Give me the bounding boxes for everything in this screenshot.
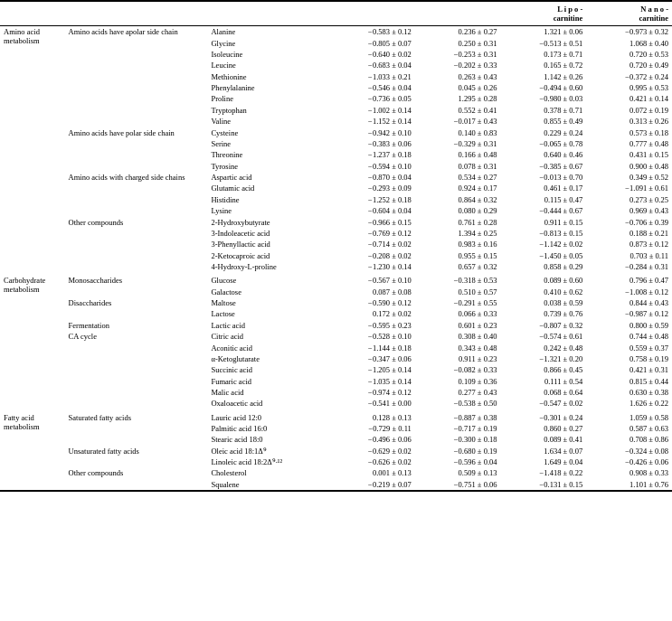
- nano-value: 0.720 ± 0.53: [586, 49, 672, 60]
- control-value: −1.237 ± 0.18: [329, 149, 415, 160]
- control-value: −1.252 ± 0.18: [329, 194, 415, 205]
- lcarnitine-value: 0.045 ± 0.26: [415, 82, 501, 93]
- header-lipo: L i p o -carnitine: [501, 1, 587, 26]
- nano-value: 0.873 ± 0.12: [586, 239, 672, 249]
- metabolite-name: Threonine: [207, 149, 329, 160]
- metabolite-name: 4-Hydroxy-L-proline: [207, 261, 329, 272]
- group-label: Monosaccharides: [65, 272, 208, 297]
- metabolite-name: Histidine: [207, 194, 329, 205]
- metabolite-name: Phenylalanine: [207, 82, 329, 93]
- control-value: 0.001 ± 0.13: [329, 467, 415, 478]
- nano-value: −0.973 ± 0.32: [586, 26, 672, 38]
- metabolite-name: Succinic acid: [207, 364, 329, 375]
- lcarnitine-value: −0.680 ± 0.19: [415, 446, 501, 456]
- lipo-value: −0.494 ± 0.60: [501, 82, 587, 93]
- control-value: −0.629 ± 0.02: [329, 446, 415, 456]
- control-value: −0.383 ± 0.06: [329, 138, 415, 149]
- nano-value: 0.188 ± 0.21: [586, 228, 672, 239]
- group-label: CA cycle: [65, 331, 208, 409]
- metabolite-name: Proline: [207, 93, 329, 104]
- control-value: −1.002 ± 0.14: [329, 105, 415, 116]
- lcarnitine-value: 1.295 ± 0.28: [415, 93, 501, 104]
- nano-value: −0.426 ± 0.06: [586, 456, 672, 467]
- control-value: −1.144 ± 0.18: [329, 342, 415, 353]
- control-value: −0.736 ± 0.05: [329, 93, 415, 104]
- lcarnitine-value: 0.509 ± 0.13: [415, 467, 501, 478]
- group-label: Other compounds: [65, 467, 208, 491]
- lcarnitine-value: 0.761 ± 0.28: [415, 216, 501, 227]
- lipo-value: 0.855 ± 0.49: [501, 116, 587, 127]
- lcarnitine-value: −0.253 ± 0.31: [415, 49, 501, 60]
- group-label: Other compounds: [65, 216, 208, 272]
- lipo-value: 0.229 ± 0.24: [501, 127, 587, 137]
- lcarnitine-value: −0.291 ± 0.55: [415, 297, 501, 308]
- lcarnitine-value: 0.078 ± 0.31: [415, 161, 501, 172]
- control-value: −0.966 ± 0.15: [329, 216, 415, 227]
- metabolomics-table: L i p o -carnitine N a n o -carnitine Am…: [0, 0, 672, 492]
- control-value: 0.087 ± 0.08: [329, 286, 415, 296]
- lipo-value: 0.461 ± 0.17: [501, 183, 587, 193]
- control-value: −0.528 ± 0.10: [329, 331, 415, 342]
- metabolite-name: Citric acid: [207, 331, 329, 342]
- header-control: [329, 1, 415, 26]
- header-metabolism: [0, 1, 65, 26]
- group-label: Saturated fatty acids: [65, 409, 208, 446]
- lipo-value: 0.860 ± 0.27: [501, 423, 587, 434]
- lipo-value: 0.038 ± 0.59: [501, 297, 587, 308]
- lcarnitine-value: 0.066 ± 0.33: [415, 308, 501, 319]
- control-value: 0.128 ± 0.13: [329, 409, 415, 423]
- nano-value: 1.626 ± 0.22: [586, 398, 672, 409]
- lcarnitine-value: −0.202 ± 0.33: [415, 60, 501, 71]
- lipo-value: 0.068 ± 0.64: [501, 387, 587, 398]
- lcarnitine-value: 0.080 ± 0.29: [415, 205, 501, 216]
- lipo-value: −0.813 ± 0.15: [501, 228, 587, 239]
- metabolite-name: 3-Phenyllactic acid: [207, 239, 329, 249]
- control-value: −0.583 ± 0.12: [329, 26, 415, 38]
- metabolite-name: Palmitic acid 16:0: [207, 423, 329, 434]
- nano-value: 0.800 ± 0.59: [586, 320, 672, 331]
- control-value: −0.942 ± 0.10: [329, 127, 415, 137]
- nano-value: 0.421 ± 0.31: [586, 364, 672, 375]
- lcarnitine-value: 0.657 ± 0.32: [415, 261, 501, 272]
- metabolite-name: Oleic acid 18:1Δ⁹: [207, 446, 329, 456]
- metabolite-name: Aconitic acid: [207, 342, 329, 353]
- control-value: −0.590 ± 0.12: [329, 297, 415, 308]
- metabolite-name: Methionine: [207, 71, 329, 82]
- control-value: −0.208 ± 0.02: [329, 250, 415, 261]
- nano-value: 0.908 ± 0.33: [586, 467, 672, 478]
- lcarnitine-value: 0.250 ± 0.31: [415, 37, 501, 48]
- lipo-value: −1.142 ± 0.02: [501, 239, 587, 249]
- lipo-value: −0.385 ± 0.67: [501, 161, 587, 172]
- nano-value: 0.758 ± 0.19: [586, 353, 672, 364]
- lcarnitine-value: −0.300 ± 0.18: [415, 434, 501, 445]
- nano-value: −1.008 ± 0.12: [586, 286, 672, 296]
- metabolite-name: Lysine: [207, 205, 329, 216]
- lipo-value: −0.013 ± 0.70: [501, 172, 587, 183]
- lipo-value: 0.089 ± 0.60: [501, 272, 587, 286]
- control-value: −1.230 ± 0.14: [329, 261, 415, 272]
- lipo-value: −0.301 ± 0.24: [501, 409, 587, 423]
- lcarnitine-value: 0.343 ± 0.48: [415, 342, 501, 353]
- nano-value: 0.969 ± 0.43: [586, 205, 672, 216]
- nano-value: 0.313 ± 0.26: [586, 116, 672, 127]
- metabolite-name: Linoleic acid 18:2Δ⁹·¹²: [207, 456, 329, 467]
- nano-value: 0.072 ± 0.19: [586, 105, 672, 116]
- nano-value: 0.777 ± 0.48: [586, 138, 672, 149]
- metabolite-name: Cholesterol: [207, 467, 329, 478]
- metabolite-name: 3-Indoleacetic acid: [207, 228, 329, 239]
- lipo-value: 0.111 ± 0.54: [501, 375, 587, 386]
- control-value: −0.805 ± 0.07: [329, 37, 415, 48]
- lipo-value: 0.173 ± 0.71: [501, 49, 587, 60]
- metabolite-name: Oxaloacetic acid: [207, 398, 329, 409]
- nano-value: 0.573 ± 0.18: [586, 127, 672, 137]
- group-label: Amino acids with charged side chains: [65, 172, 208, 217]
- lipo-value: −0.444 ± 0.67: [501, 205, 587, 216]
- control-value: −1.035 ± 0.14: [329, 375, 415, 386]
- control-value: −0.496 ± 0.06: [329, 434, 415, 445]
- section-label: Carbohydratemetabolism: [0, 272, 65, 409]
- control-value: −0.714 ± 0.02: [329, 239, 415, 249]
- nano-value: 0.421 ± 0.14: [586, 93, 672, 104]
- lcarnitine-value: −0.717 ± 0.19: [415, 423, 501, 434]
- lipo-value: −0.065 ± 0.78: [501, 138, 587, 149]
- nano-value: 0.900 ± 0.48: [586, 161, 672, 172]
